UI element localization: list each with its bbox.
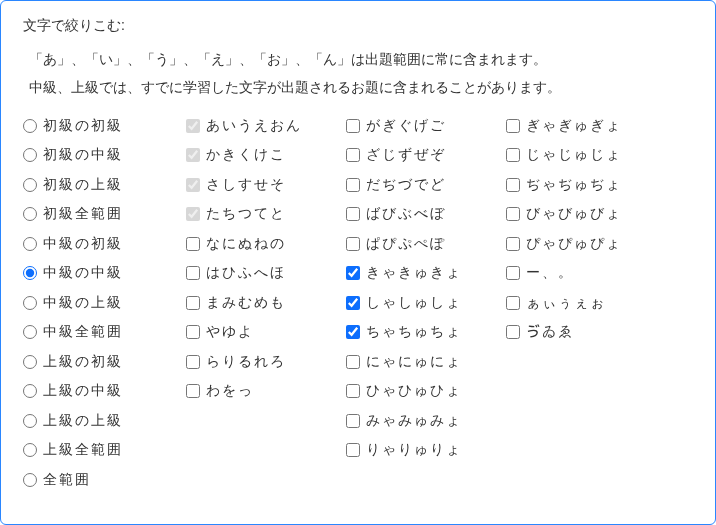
- char-checkbox[interactable]: [506, 119, 520, 133]
- char-checkbox[interactable]: [346, 355, 360, 369]
- level-option[interactable]: 中級の中級: [23, 259, 186, 289]
- char-option[interactable]: ぱぴぷぺぽ: [346, 229, 506, 259]
- char-checkbox[interactable]: [346, 119, 360, 133]
- char-option: さしすせそ: [186, 170, 346, 200]
- char-checkbox[interactable]: [186, 384, 200, 398]
- level-radio[interactable]: [23, 119, 37, 133]
- section-note: 「あ」、「い」、「う」、「え」、「お」、「ん」は出題範囲に常に含まれます。 中級…: [23, 45, 693, 101]
- level-option[interactable]: 中級全範囲: [23, 318, 186, 348]
- char-checkbox[interactable]: [346, 414, 360, 428]
- level-option[interactable]: 上級全範囲: [23, 436, 186, 466]
- char-checkbox[interactable]: [346, 178, 360, 192]
- char-option[interactable]: みゃみゅみょ: [346, 406, 506, 436]
- char-option[interactable]: きゃきゅきょ: [346, 259, 506, 289]
- char-checkbox[interactable]: [506, 207, 520, 221]
- char-checkbox[interactable]: [186, 296, 200, 310]
- char-checkbox[interactable]: [506, 325, 520, 339]
- char-option[interactable]: ちゃちゅちょ: [346, 318, 506, 348]
- char-checkbox[interactable]: [346, 148, 360, 162]
- char-checkbox[interactable]: [346, 325, 360, 339]
- char-option[interactable]: ざじずぜぞ: [346, 141, 506, 171]
- level-radio[interactable]: [23, 296, 37, 310]
- char-option[interactable]: だぢづでど: [346, 170, 506, 200]
- level-option[interactable]: 中級の上級: [23, 288, 186, 318]
- char-checkbox[interactable]: [186, 237, 200, 251]
- char-checkbox[interactable]: [346, 384, 360, 398]
- char-checkbox[interactable]: [186, 325, 200, 339]
- char-checkbox[interactable]: [346, 266, 360, 280]
- level-radio[interactable]: [23, 443, 37, 457]
- char-option[interactable]: わをっ: [186, 377, 346, 407]
- char-checkbox[interactable]: [346, 443, 360, 457]
- char-option[interactable]: まみむめも: [186, 288, 346, 318]
- char-label: がぎぐげご: [366, 117, 446, 135]
- char-option[interactable]: はひふへほ: [186, 259, 346, 289]
- char-label: ぱぴぷぺぽ: [366, 235, 446, 253]
- char-option[interactable]: りゃりゅりょ: [346, 436, 506, 466]
- level-radio[interactable]: [23, 384, 37, 398]
- level-option[interactable]: 初級の初級: [23, 111, 186, 141]
- char-option[interactable]: なにぬねの: [186, 229, 346, 259]
- filter-panel: 文字で絞りこむ: 「あ」、「い」、「う」、「え」、「お」、「ん」は出題範囲に常に…: [0, 0, 716, 525]
- char-option[interactable]: ぢゃぢゅぢょ: [506, 170, 666, 200]
- level-option[interactable]: 中級の初級: [23, 229, 186, 259]
- char-checkbox[interactable]: [506, 266, 520, 280]
- char-checkbox[interactable]: [506, 178, 520, 192]
- level-option[interactable]: 初級の上級: [23, 170, 186, 200]
- char-checkbox[interactable]: [346, 207, 360, 221]
- level-radio[interactable]: [23, 355, 37, 369]
- level-radio[interactable]: [23, 473, 37, 487]
- char-label: にゃにゅにょ: [366, 353, 462, 371]
- level-option[interactable]: 上級の上級: [23, 406, 186, 436]
- level-label: 中級の中級: [43, 264, 123, 282]
- level-radio[interactable]: [23, 178, 37, 192]
- note-line-1: 「あ」、「い」、「う」、「え」、「お」、「ん」は出題範囲に常に含まれます。: [29, 51, 547, 67]
- char-option[interactable]: ばびぶべぼ: [346, 200, 506, 230]
- char-option[interactable]: じゃじゅじょ: [506, 141, 666, 171]
- char-option[interactable]: やゆよ: [186, 318, 346, 348]
- level-label: 上級全範囲: [43, 441, 123, 459]
- char-checkbox[interactable]: [346, 237, 360, 251]
- char-option[interactable]: ゔゐゑ: [506, 318, 666, 348]
- level-label: 中級全範囲: [43, 323, 123, 341]
- char-option[interactable]: しゃしゅしょ: [346, 288, 506, 318]
- level-radio[interactable]: [23, 148, 37, 162]
- char-checkbox[interactable]: [346, 296, 360, 310]
- char-checkbox: [186, 178, 200, 192]
- char-option[interactable]: らりるれろ: [186, 347, 346, 377]
- char-checkbox: [186, 148, 200, 162]
- char-option[interactable]: ー、。: [506, 259, 666, 289]
- level-radio[interactable]: [23, 414, 37, 428]
- char-option[interactable]: がぎぐげご: [346, 111, 506, 141]
- char-checkbox[interactable]: [186, 266, 200, 280]
- level-option[interactable]: 初級の中級: [23, 141, 186, 171]
- char-label: ちゃちゅちょ: [366, 323, 462, 341]
- level-radio[interactable]: [23, 325, 37, 339]
- level-radio[interactable]: [23, 207, 37, 221]
- char-label: びゃびゅびょ: [526, 205, 622, 223]
- char-label: ぁぃぅぇぉ: [526, 294, 606, 312]
- char-checkbox[interactable]: [506, 237, 520, 251]
- char-checkbox[interactable]: [186, 355, 200, 369]
- level-option[interactable]: 初級全範囲: [23, 200, 186, 230]
- char-label: まみむめも: [206, 294, 286, 312]
- char-option[interactable]: ぴゃぴゅぴょ: [506, 229, 666, 259]
- char-option[interactable]: ぎゃぎゅぎょ: [506, 111, 666, 141]
- char-option[interactable]: ぁぃぅぇぉ: [506, 288, 666, 318]
- char-option[interactable]: びゃびゅびょ: [506, 200, 666, 230]
- options-columns: 初級の初級初級の中級初級の上級初級全範囲中級の初級中級の中級中級の上級中級全範囲…: [23, 111, 693, 495]
- char-option: あいうえおん: [186, 111, 346, 141]
- level-option[interactable]: 上級の中級: [23, 377, 186, 407]
- level-radio[interactable]: [23, 237, 37, 251]
- char-option[interactable]: にゃにゅにょ: [346, 347, 506, 377]
- char-checkbox[interactable]: [506, 296, 520, 310]
- char-checkbox[interactable]: [506, 148, 520, 162]
- char-checkbox-column-3: ぎゃぎゅぎょじゃじゅじょぢゃぢゅぢょびゃびゅびょぴゃぴゅぴょー、。ぁぃぅぇぉゔゐ…: [506, 111, 666, 495]
- level-radio[interactable]: [23, 266, 37, 280]
- level-option[interactable]: 全範囲: [23, 465, 186, 495]
- char-label: じゃじゅじょ: [526, 146, 622, 164]
- char-checkbox: [186, 207, 200, 221]
- char-option[interactable]: ひゃひゅひょ: [346, 377, 506, 407]
- char-label: ばびぶべぼ: [366, 205, 446, 223]
- level-option[interactable]: 上級の初級: [23, 347, 186, 377]
